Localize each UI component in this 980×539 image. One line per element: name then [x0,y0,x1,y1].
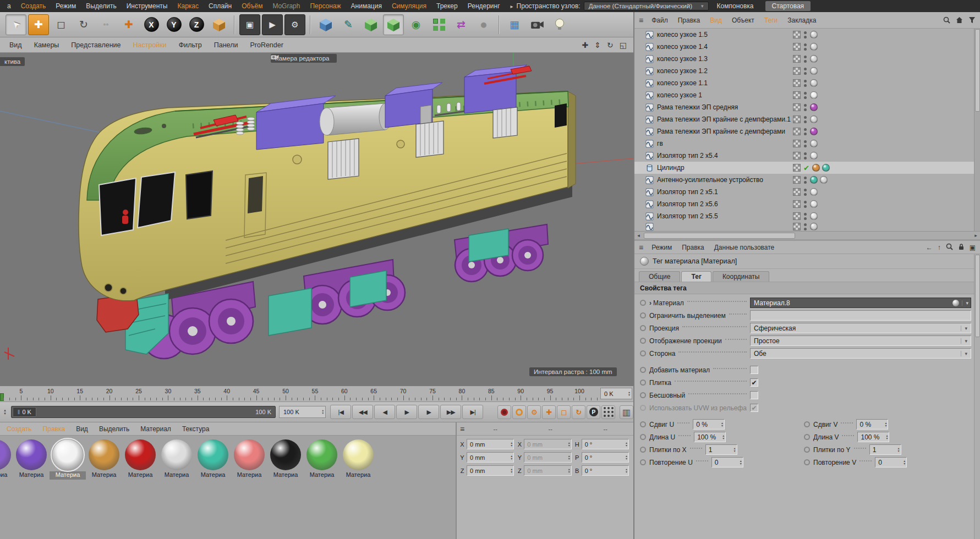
object-row[interactable]: Изолятор тип 2 х5.5 [634,210,974,222]
uvw-tag[interactable] [793,140,801,147]
material-tag[interactable] [810,128,818,135]
checkbox[interactable] [750,391,758,399]
material-swatch[interactable]: Материа [86,438,122,480]
timeline-ruler[interactable]: 0 K ▴▾ 510152025303540455055606570758085… [0,386,633,402]
value-field[interactable]: 100 %▴▾ [857,432,889,442]
keyframe-dot[interactable] [804,434,810,440]
menubar-item[interactable]: MoGraph [267,0,305,12]
scrollbar-thumb[interactable] [975,255,980,337]
timeline-end-spinner[interactable]: 0 K ▴▾ [600,388,632,399]
spinner-arrows-icon[interactable]: ▴▾ [628,391,630,397]
attribute-tab[interactable]: Координаты [713,271,770,282]
lock-z-button[interactable]: Z [186,14,207,35]
visibility-dots[interactable] [804,43,807,51]
viewport-toggle-icon[interactable]: ◱ [620,41,627,50]
value-field[interactable]: 0▴▾ [711,457,743,468]
timeline-slider[interactable]: ‖0 K 100 K [11,406,276,418]
spinner-arrows-icon[interactable]: ▴▾ [511,455,512,460]
search-icon[interactable] [946,243,953,252]
material-tag[interactable] [810,223,818,230]
material-tag[interactable] [810,103,818,111]
record-scale-button[interactable]: ◻ [557,405,571,419]
menubar-item[interactable]: Анимация [346,0,387,12]
search-icon[interactable] [943,16,950,24]
clone-array-button[interactable] [428,14,449,35]
goto-end-button[interactable]: ▶| [462,405,483,419]
object-row[interactable]: Изолятор тип 2 х5.6 [634,198,974,210]
expander-icon[interactable]: › [649,299,651,307]
last-tools-mini-buttons[interactable]: ▫▫ [96,14,117,35]
keyframe-dot[interactable] [640,447,646,453]
material-tag[interactable] [810,79,818,87]
attribute-tab[interactable]: Тег [681,271,711,282]
uvw-tag[interactable] [793,188,801,196]
visibility-dots[interactable] [804,80,807,87]
uvw-tag[interactable] [793,91,801,99]
coord-field[interactable]: 0 mm▴▾ [467,465,514,476]
visibility-dots[interactable] [804,213,807,220]
object-manager-menu-item[interactable]: Теги [759,14,782,26]
material-tag[interactable] [810,176,818,184]
keyframe-dot[interactable] [640,325,646,331]
value-field[interactable]: 100 %▴▾ [694,432,726,442]
menu-icon[interactable]: ≡ [639,16,643,25]
keyframe-dot[interactable] [640,350,646,356]
object-manager-menu-item[interactable]: Объект [727,14,759,26]
object-list-hscrollbar[interactable]: ◂ ▸ [634,231,980,239]
material-menu-item[interactable]: Выделить [94,423,135,435]
material-link-field[interactable]: Материал.8▾ [750,298,971,308]
material-swatch[interactable]: Материа [122,438,158,480]
camera-rotate-icon[interactable]: ↻ [607,41,614,50]
record-rotation-button[interactable]: ↻ [572,405,585,419]
material-swatch[interactable]: Материа [195,438,231,480]
checkbox[interactable]: ✔ [750,404,758,412]
back-arrow-icon[interactable]: ← [926,244,933,251]
material-swatch[interactable]: Материа [50,438,86,480]
menubar-item[interactable]: Сплайн [204,0,237,12]
lock-y-button[interactable]: Y [163,14,184,35]
camera-button[interactable] [527,14,548,35]
visibility-dots[interactable] [804,201,807,208]
uvw-tag[interactable] [793,43,801,51]
viewport-menu-item[interactable]: Панели [208,39,244,51]
material-tag[interactable] [810,116,818,123]
visibility-dots[interactable] [804,116,807,123]
keyframe-dot[interactable] [640,300,646,306]
spinner-arrows-icon[interactable]: ▴▾ [568,442,570,447]
keyframe-dot[interactable] [640,421,646,427]
visibility-dots[interactable] [804,128,807,135]
uvw-tag[interactable] [793,223,801,230]
material-menu-item[interactable]: Вид [70,423,94,435]
spinner-arrows-icon[interactable]: ▴▾ [626,442,627,447]
value-field[interactable]: 0 %▴▾ [856,419,888,430]
current-frame-chip[interactable]: ‖0 K [13,407,36,417]
coord-field[interactable]: 0 mm▴▾ [524,439,571,449]
visibility-dots[interactable] [804,152,807,160]
material-tag[interactable] [812,164,820,172]
prev-key-button[interactable]: ◀◀ [352,405,373,419]
viewport-menu-item[interactable]: ProRender [244,39,289,51]
object-manager-menu-item[interactable]: Вид [705,14,727,26]
visibility-dots[interactable] [804,177,807,184]
value-field[interactable]: 1▴▾ [705,444,737,455]
spinner-arrows-icon[interactable]: ▴▾ [511,468,512,474]
menubar-item[interactable]: Режим [51,0,81,12]
material-tag[interactable] [810,200,818,208]
dropdown-field[interactable]: Обе▾ [750,348,971,359]
menubar-item[interactable]: Объём [237,0,267,12]
menubar-item[interactable]: Трекер [431,0,463,12]
object-row[interactable]: колесо узкое 1.4 [634,41,974,53]
coord-field[interactable]: 0 °▴▾ [582,439,629,449]
up-arrow-icon[interactable]: ↑ [938,244,941,251]
menubar-item[interactable]: Персонаж [305,0,346,12]
keyframe-dot[interactable] [640,367,646,373]
dropdown-field[interactable]: Сферическая▾ [750,323,971,333]
checkbox[interactable]: ✔ [750,378,758,387]
material-tag[interactable] [810,31,818,38]
uvw-tag[interactable] [793,116,801,123]
scale-tool-button[interactable]: ◻ [51,14,72,35]
spinner-arrows-icon[interactable]: ▴▾ [626,455,627,460]
timeline-window-button[interactable]: ▥ [620,405,633,419]
object-manager-menu-item[interactable]: Закладка [782,14,821,26]
frame-stepper[interactable]: ▴▾ [1,409,9,415]
